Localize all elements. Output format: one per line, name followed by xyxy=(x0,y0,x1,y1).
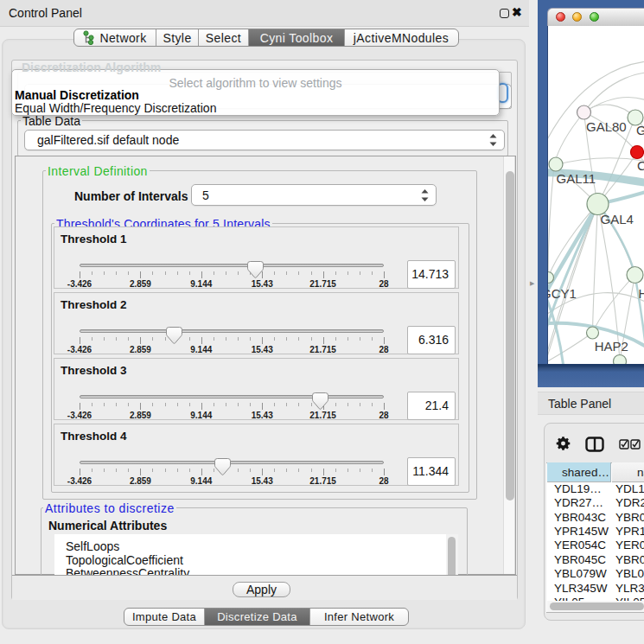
svg-text:CY: CY xyxy=(637,158,644,173)
svg-text:H: H xyxy=(639,286,644,301)
svg-text:GAL4: GAL4 xyxy=(601,212,634,226)
svg-text:GAL80: GAL80 xyxy=(586,119,627,134)
svg-text:GAL11: GAL11 xyxy=(557,171,596,186)
svg-text:GCY1: GCY1 xyxy=(548,286,577,301)
svg-text:HAP2: HAP2 xyxy=(595,339,628,354)
svg-text:GA: GA xyxy=(636,123,644,137)
